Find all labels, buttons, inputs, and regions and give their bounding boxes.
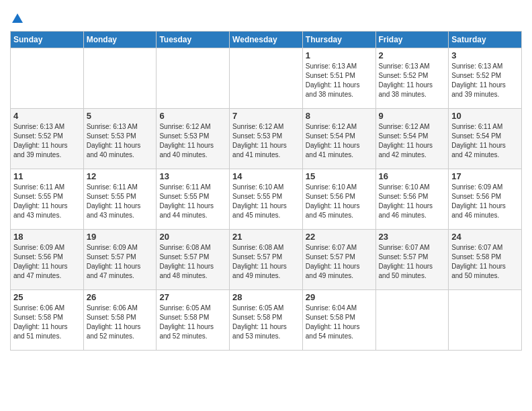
day-info: Sunrise: 6:09 AM Sunset: 5:56 PM Dayligh… [13,243,81,281]
day-info: Sunrise: 6:11 AM Sunset: 5:55 PM Dayligh… [87,183,154,220]
day-number: 6 [159,111,226,121]
calendar-cell: 24Sunrise: 6:07 AM Sunset: 5:58 PM Dayli… [449,230,522,290]
calendar-cell: 20Sunrise: 6:08 AM Sunset: 5:57 PM Dayli… [157,230,230,290]
day-number: 12 [87,171,154,181]
week-row-2: 4Sunrise: 6:13 AM Sunset: 5:52 PM Daylig… [11,109,522,169]
calendar-cell: 21Sunrise: 6:08 AM Sunset: 5:57 PM Dayli… [230,230,303,290]
day-number: 8 [306,111,373,121]
day-number: 28 [232,292,300,302]
logo [10,12,24,27]
day-number: 15 [306,171,373,181]
day-number: 18 [13,232,81,242]
day-info: Sunrise: 6:11 AM Sunset: 5:54 PM Dayligh… [451,122,519,160]
day-number: 29 [306,292,373,302]
day-info: Sunrise: 6:05 AM Sunset: 5:58 PM Dayligh… [159,304,226,341]
week-row-5: 25Sunrise: 6:06 AM Sunset: 5:58 PM Dayli… [11,290,522,351]
calendar-cell: 3Sunrise: 6:13 AM Sunset: 5:52 PM Daylig… [449,48,522,109]
day-number: 22 [306,232,373,242]
day-info: Sunrise: 6:09 AM Sunset: 5:56 PM Dayligh… [451,183,519,220]
day-number: 21 [232,232,300,242]
day-info: Sunrise: 6:05 AM Sunset: 5:58 PM Dayligh… [232,304,300,341]
calendar-table: SundayMondayTuesdayWednesdayThursdayFrid… [10,31,522,351]
day-number: 16 [379,171,446,181]
calendar-cell: 27Sunrise: 6:05 AM Sunset: 5:58 PM Dayli… [157,290,230,351]
day-info: Sunrise: 6:07 AM Sunset: 5:58 PM Dayligh… [451,243,519,281]
calendar-cell: 2Sunrise: 6:13 AM Sunset: 5:52 PM Daylig… [375,48,449,109]
day-header-tuesday: Tuesday [157,32,230,48]
day-number: 3 [451,50,519,60]
day-info: Sunrise: 6:13 AM Sunset: 5:53 PM Dayligh… [87,122,154,160]
calendar-cell: 26Sunrise: 6:06 AM Sunset: 5:58 PM Dayli… [83,290,157,351]
day-header-thursday: Thursday [302,32,375,48]
calendar-cell: 29Sunrise: 6:04 AM Sunset: 5:58 PM Dayli… [302,290,375,351]
day-number: 23 [379,232,446,242]
svg-marker-0 [12,13,23,23]
calendar-cell [449,290,522,351]
week-row-4: 18Sunrise: 6:09 AM Sunset: 5:56 PM Dayli… [11,230,522,290]
calendar-cell: 14Sunrise: 6:10 AM Sunset: 5:55 PM Dayli… [230,169,303,230]
calendar-cell: 17Sunrise: 6:09 AM Sunset: 5:56 PM Dayli… [449,169,522,230]
day-info: Sunrise: 6:06 AM Sunset: 5:58 PM Dayligh… [87,304,154,341]
day-number: 17 [451,171,519,181]
day-header-sunday: Sunday [11,32,84,48]
calendar-cell: 8Sunrise: 6:12 AM Sunset: 5:54 PM Daylig… [302,109,375,169]
day-number: 24 [451,232,519,242]
calendar-cell [230,48,303,109]
calendar-cell: 10Sunrise: 6:11 AM Sunset: 5:54 PM Dayli… [449,109,522,169]
calendar-cell: 15Sunrise: 6:10 AM Sunset: 5:56 PM Dayli… [302,169,375,230]
day-number: 13 [159,171,226,181]
day-info: Sunrise: 6:04 AM Sunset: 5:58 PM Dayligh… [306,304,373,341]
day-info: Sunrise: 6:06 AM Sunset: 5:58 PM Dayligh… [13,304,81,341]
week-row-3: 11Sunrise: 6:11 AM Sunset: 5:55 PM Dayli… [11,169,522,230]
day-info: Sunrise: 6:10 AM Sunset: 5:55 PM Dayligh… [232,183,300,220]
day-header-monday: Monday [83,32,157,48]
calendar-cell: 5Sunrise: 6:13 AM Sunset: 5:53 PM Daylig… [83,109,157,169]
calendar-cell: 6Sunrise: 6:12 AM Sunset: 5:53 PM Daylig… [157,109,230,169]
day-info: Sunrise: 6:11 AM Sunset: 5:55 PM Dayligh… [13,183,81,220]
week-row-1: 1Sunrise: 6:13 AM Sunset: 5:51 PM Daylig… [11,48,522,109]
day-info: Sunrise: 6:13 AM Sunset: 5:51 PM Dayligh… [306,62,373,99]
day-number: 20 [159,232,226,242]
day-number: 10 [451,111,519,121]
calendar-cell: 12Sunrise: 6:11 AM Sunset: 5:55 PM Dayli… [83,169,157,230]
day-number: 7 [232,111,300,121]
day-info: Sunrise: 6:10 AM Sunset: 5:56 PM Dayligh… [306,183,373,220]
calendar-cell [157,48,230,109]
calendar-cell: 23Sunrise: 6:07 AM Sunset: 5:57 PM Dayli… [375,230,449,290]
day-number: 19 [87,232,154,242]
day-info: Sunrise: 6:07 AM Sunset: 5:57 PM Dayligh… [306,243,373,281]
day-number: 11 [13,171,81,181]
calendar-cell: 13Sunrise: 6:11 AM Sunset: 5:55 PM Dayli… [157,169,230,230]
calendar-cell: 11Sunrise: 6:11 AM Sunset: 5:55 PM Dayli… [11,169,84,230]
day-number: 5 [87,111,154,121]
day-info: Sunrise: 6:13 AM Sunset: 5:52 PM Dayligh… [451,62,519,99]
calendar-cell: 25Sunrise: 6:06 AM Sunset: 5:58 PM Dayli… [11,290,84,351]
calendar-cell: 18Sunrise: 6:09 AM Sunset: 5:56 PM Dayli… [11,230,84,290]
day-info: Sunrise: 6:13 AM Sunset: 5:52 PM Dayligh… [379,62,446,99]
day-info: Sunrise: 6:12 AM Sunset: 5:54 PM Dayligh… [379,122,446,160]
day-header-saturday: Saturday [449,32,522,48]
day-header-row: SundayMondayTuesdayWednesdayThursdayFrid… [11,32,522,48]
day-info: Sunrise: 6:13 AM Sunset: 5:52 PM Dayligh… [13,122,81,160]
day-info: Sunrise: 6:10 AM Sunset: 5:56 PM Dayligh… [379,183,446,220]
calendar-cell: 9Sunrise: 6:12 AM Sunset: 5:54 PM Daylig… [375,109,449,169]
day-number: 14 [232,171,300,181]
day-number: 26 [87,292,154,302]
day-info: Sunrise: 6:08 AM Sunset: 5:57 PM Dayligh… [159,243,226,281]
day-info: Sunrise: 6:12 AM Sunset: 5:54 PM Dayligh… [306,122,373,160]
calendar-cell [83,48,157,109]
day-header-wednesday: Wednesday [230,32,303,48]
day-info: Sunrise: 6:09 AM Sunset: 5:57 PM Dayligh… [87,243,154,281]
day-info: Sunrise: 6:12 AM Sunset: 5:53 PM Dayligh… [232,122,300,160]
calendar-cell [11,48,84,109]
day-info: Sunrise: 6:12 AM Sunset: 5:53 PM Dayligh… [159,122,226,160]
calendar-cell: 16Sunrise: 6:10 AM Sunset: 5:56 PM Dayli… [375,169,449,230]
day-number: 2 [379,50,446,60]
day-number: 27 [159,292,226,302]
calendar-cell: 28Sunrise: 6:05 AM Sunset: 5:58 PM Dayli… [230,290,303,351]
calendar-cell: 1Sunrise: 6:13 AM Sunset: 5:51 PM Daylig… [302,48,375,109]
day-info: Sunrise: 6:07 AM Sunset: 5:57 PM Dayligh… [379,243,446,281]
calendar-cell: 22Sunrise: 6:07 AM Sunset: 5:57 PM Dayli… [302,230,375,290]
calendar-cell [375,290,449,351]
header [10,7,522,27]
